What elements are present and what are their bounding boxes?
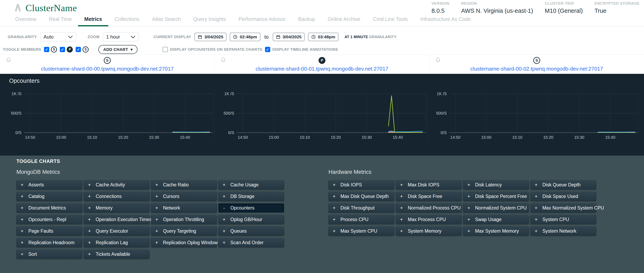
metric-toggle-disk-space-used[interactable]: +Disk Space Used	[530, 192, 596, 201]
metric-toggle-normalized-process-cpu[interactable]: +Normalized Process CPU	[396, 204, 462, 212]
metric-toggle-query-targeting[interactable]: +Query Targeting	[151, 226, 217, 236]
metric-label: Opcounters - Repl	[28, 217, 66, 222]
metric-toggle-opcounters-repl[interactable]: +Opcounters - Repl	[16, 215, 82, 224]
member-1-checkbox[interactable]: ✓	[60, 47, 65, 52]
metric-toggle-disk-iops[interactable]: +Disk IOPS	[328, 180, 394, 190]
tab-backup[interactable]: Backup	[292, 16, 322, 26]
from-time-input[interactable]: 02:48pm	[230, 33, 260, 41]
metric-toggle-system-cpu[interactable]: +System CPU	[530, 215, 596, 224]
tab-real-time[interactable]: Real Time	[42, 16, 78, 26]
metric-toggle-catalog[interactable]: +Catalog	[16, 192, 82, 201]
metric-toggle-max-process-cpu[interactable]: +Max Process CPU	[396, 215, 462, 224]
tab-overview[interactable]: Overview	[9, 16, 42, 26]
metric-toggle-cache-usage[interactable]: +Cache Usage	[218, 180, 284, 190]
metric-toggle-page-faults[interactable]: +Page Faults	[16, 226, 82, 236]
x-tick-label: 15:20	[331, 135, 341, 140]
metric-toggle-operation-execution-times[interactable]: +Operation Execution Times	[84, 215, 150, 224]
metric-toggle-tickets-available[interactable]: +Tickets Available	[84, 250, 150, 259]
metric-toggle-max-system-cpu[interactable]: +Max System CPU	[328, 226, 394, 236]
shard-host-link-1[interactable]: clustername-shard-00-01.tpwnq.mongodb-de…	[256, 66, 388, 72]
shard-host-link-2[interactable]: clustername-shard-00-02.tpwnq.mongodb-de…	[470, 66, 603, 72]
from-date-input[interactable]: 3/04/2025	[194, 33, 226, 41]
at-granularity-note: AT 1 MINUTE GRANULARITY	[344, 35, 396, 39]
tab-metrics[interactable]: Metrics	[78, 16, 108, 26]
tab-performance-advisor[interactable]: Performance Advisor	[232, 16, 292, 26]
metric-toggle-disk-latency[interactable]: +Disk Latency	[463, 180, 529, 190]
metric-label: Max Disk Queue Depth	[340, 194, 389, 199]
metric-toggle-scan-and-order[interactable]: +Scan And Order	[218, 238, 284, 247]
tab-query-insights[interactable]: Query Insights	[187, 16, 232, 26]
metric-toggle-max-disk-queue-depth[interactable]: +Max Disk Queue Depth	[328, 192, 394, 201]
metric-label: Cache Activity	[96, 182, 125, 188]
shard-host-link-0[interactable]: clustername-shard-00-00.tpwnq.mongodb-de…	[41, 66, 174, 72]
member-controls: TOGGLE MEMBERS ✓S✓P✓S ADD CHART ▾ DISPLA…	[0, 45, 644, 54]
metric-toggle-swap-usage[interactable]: +Swap Usage	[463, 215, 529, 224]
member-2-checkbox[interactable]: ✓	[76, 47, 81, 52]
to-time-input[interactable]: 03:48pm	[308, 33, 338, 41]
metric-toggle-memory[interactable]: +Memory	[84, 204, 150, 212]
metric-toggle-disk-throughput[interactable]: +Disk Throughput	[328, 204, 394, 212]
metric-toggle-disk-space-free[interactable]: +Disk Space Free	[396, 192, 462, 201]
tab-cmd-line-tools[interactable]: Cmd Line Tools	[366, 16, 414, 26]
chart-canvas-0[interactable]: 0/S500/S1K /S14:5015:0015:1015:2015:3015…	[2, 90, 214, 140]
display-timeline-annotations-option[interactable]: ✓ DISPLAY TIMELINE ANNOTATIONS	[265, 47, 338, 52]
x-tick-label: 14:50	[238, 135, 248, 140]
metric-toggle-replication-headroom[interactable]: +Replication Headroom	[16, 238, 82, 247]
metric-toggle-disk-queue-depth[interactable]: +Disk Queue Depth	[530, 180, 596, 190]
x-tick-label: 15:20	[118, 135, 128, 140]
tab-online-archive[interactable]: Online Archive	[322, 16, 366, 26]
metric-toggle-oplog-gb-hour[interactable]: +Oplog GB/Hour	[218, 215, 284, 224]
add-chart-button[interactable]: ADD CHART ▾	[98, 45, 138, 54]
display-timeline-annotations-checkbox[interactable]: ✓	[265, 47, 270, 52]
metric-toggle-max-normalized-system-cpu[interactable]: +Max Normalized System CPU	[530, 204, 596, 212]
metric-toggle-replication-oplog-window[interactable]: +Replication Oplog Window	[151, 238, 217, 247]
x-tick-label: 15:10	[87, 135, 97, 140]
plus-icon: +	[468, 217, 470, 222]
metric-label: Disk Queue Depth	[542, 182, 580, 188]
to-date-input[interactable]: 3/04/2025	[273, 33, 305, 41]
metric-toggle-cursors[interactable]: +Cursors	[151, 192, 217, 201]
metric-toggle-replication-lag[interactable]: +Replication Lag	[84, 238, 150, 247]
y-tick-label: 500/S	[436, 111, 447, 116]
metric-toggle-connections[interactable]: +Connections	[84, 192, 150, 201]
plus-icon: +	[155, 240, 158, 246]
metric-toggle-db-storage[interactable]: +DB Storage	[218, 192, 284, 201]
zoom-select[interactable]: 1 hour	[103, 32, 139, 42]
metric-toggle-max-system-memory[interactable]: +Max System Memory	[463, 226, 529, 236]
plus-icon: +	[88, 182, 91, 188]
metric-toggle-network[interactable]: +Network	[151, 204, 217, 212]
cluster-name: ClusterName	[26, 2, 77, 14]
metric-label: Queues	[230, 228, 247, 234]
metric-toggle-process-cpu[interactable]: +Process CPU	[328, 215, 394, 224]
metric-toggle-operation-throttling[interactable]: +Operation Throttling	[151, 215, 217, 224]
granularity-select[interactable]: Auto	[40, 32, 76, 42]
plus-icon: +	[535, 205, 537, 211]
hardware-metrics-title: Hardware Metrics	[328, 169, 598, 175]
tab-collections[interactable]: Collections	[108, 16, 146, 26]
stat-label: ENCRYPTED STORAGE	[594, 1, 640, 6]
tab-atlas-search[interactable]: Atlas Search	[146, 16, 187, 26]
metric-toggle-system-memory[interactable]: +System Memory	[396, 226, 462, 236]
member-toggle-2: ✓S	[76, 46, 88, 52]
metric-toggle-cache-activity[interactable]: +Cache Activity	[84, 180, 150, 190]
tab-infrastructure-as-code[interactable]: Infrastructure As Code	[414, 16, 477, 26]
metric-toggle-max-disk-iops[interactable]: +Max Disk IOPS	[396, 180, 462, 190]
display-opcounters-separate-checkbox[interactable]	[162, 47, 168, 52]
plus-icon: +	[333, 217, 336, 222]
chart-canvas-1[interactable]: 0/S500/S1K /S14:5015:0015:1015:2015:3015…	[215, 90, 427, 140]
metric-toggle-normalized-system-cpu[interactable]: +Normalized System CPU	[463, 204, 529, 212]
metric-toggle-asserts[interactable]: +Asserts	[16, 180, 82, 190]
member-0-checkbox[interactable]: ✓	[44, 47, 49, 52]
metric-toggle-document-metrics[interactable]: +Document Metrics	[16, 204, 82, 212]
metric-toggle-system-network[interactable]: +System Network	[530, 226, 596, 236]
chart-canvas-2[interactable]: 0/S500/S1K /S14:5015:0015:1015:2015:3015…	[427, 90, 640, 140]
metric-toggle-cache-ratio[interactable]: +Cache Ratio	[151, 180, 217, 190]
display-opcounters-separate-option[interactable]: DISPLAY OPCOUNTERS ON SEPARATE CHARTS	[162, 47, 262, 52]
metric-toggle-disk-space-percent-free[interactable]: +Disk Space Percent Free	[463, 192, 529, 201]
metric-toggle-opcounters[interactable]: -Opcounters	[218, 204, 284, 212]
metric-toggle-sort[interactable]: +Sort	[16, 250, 82, 259]
metric-toggle-queues[interactable]: +Queues	[218, 226, 284, 236]
metric-toggle-query-executor[interactable]: +Query Executor	[84, 226, 150, 236]
stat-label: VERSION	[432, 1, 449, 6]
plus-icon: +	[535, 182, 538, 188]
